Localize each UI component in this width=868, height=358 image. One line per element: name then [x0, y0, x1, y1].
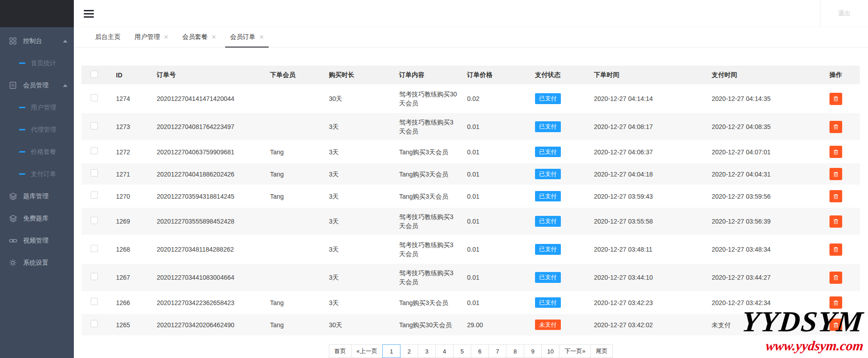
trash-icon [833, 246, 839, 253]
sidebar-item-price-packages[interactable]: 价格套餐 [0, 141, 74, 163]
delete-button[interactable] [829, 93, 842, 105]
sidebar-item-free-question-bank[interactable]: 免费题库 [0, 207, 74, 229]
cell-member [263, 113, 322, 141]
cell-order-time: 2020-12-27 03:42:23 [587, 291, 704, 314]
sidebar-item-agent-management[interactable]: 代理管理 [0, 119, 74, 141]
cell-price: 0.02 [460, 85, 528, 113]
cell-pay-time: 2020-12-27 04:07:01 [704, 141, 822, 163]
tab-home[interactable]: 后台主页 [90, 27, 125, 47]
cell-order-content: 驾考技巧教练购买3天会员 [399, 240, 458, 258]
dash-icon [19, 107, 25, 108]
page-p5[interactable]: 5 [453, 344, 471, 358]
delete-button[interactable] [829, 121, 842, 133]
gear-icon [9, 259, 17, 267]
page-p10[interactable]: 10 [541, 344, 559, 358]
column-header: 下单会员 [263, 66, 322, 85]
sidebar-item-payment-orders[interactable]: 支付订单 [0, 163, 74, 185]
cell-order-no: 2020122703420206462490 [149, 314, 263, 335]
page-prev[interactable]: «上一页 [351, 344, 383, 358]
delete-button[interactable] [829, 243, 842, 256]
row-checkbox[interactable] [91, 245, 98, 252]
sidebar-item-home-stats[interactable]: 首页统计 [0, 52, 74, 74]
sidebar: 控制台首页统计会员管理用户管理代理管理价格套餐支付订单题库管理免费题库视频管理系… [0, 0, 74, 358]
cell-price: 0.01 [460, 163, 528, 185]
delete-button[interactable] [829, 146, 842, 158]
table-row: 126920201227035558984524283天驾考技巧教练购买3天会员… [82, 207, 860, 235]
row-checkbox[interactable] [91, 94, 98, 101]
hamburger-menu-icon[interactable] [84, 9, 94, 19]
topbar: 退出 [74, 0, 868, 27]
sidebar-item-label: 视频管理 [23, 237, 48, 245]
cell-price: 0.01 [460, 185, 528, 207]
close-icon[interactable]: × [260, 33, 264, 41]
sidebar-item-member-management[interactable]: 会员管理 [0, 74, 74, 96]
page-p4[interactable]: 4 [435, 344, 453, 358]
tab-member-orders[interactable]: 会员订单× [225, 27, 269, 47]
page-last[interactable]: 尾页 [590, 344, 613, 358]
row-checkbox[interactable] [91, 147, 98, 154]
cell-duration: 3天 [322, 291, 392, 314]
row-checkbox[interactable] [91, 298, 98, 305]
delete-button[interactable] [829, 319, 842, 331]
select-all-checkbox[interactable] [91, 71, 98, 78]
sidebar-item-video-management[interactable]: 视频管理 [0, 229, 74, 252]
page-p2[interactable]: 2 [400, 344, 418, 358]
table-row: 126820201227034811842882623天驾考技巧教练购买3天会员… [82, 235, 860, 263]
sidebar-item-system-settings[interactable]: 系统设置 [0, 252, 74, 274]
page-first[interactable]: 首页 [329, 344, 352, 358]
cell-price: 0.01 [460, 113, 528, 141]
cell-pay-time: 2020-12-27 03:48:34 [704, 235, 822, 263]
column-header: 订单号 [149, 66, 263, 85]
logout-button[interactable]: 退出 [820, 0, 868, 27]
row-checkbox[interactable] [91, 191, 98, 199]
status-badge: 已支付 [535, 244, 561, 255]
trash-icon [833, 322, 839, 328]
column-header: 操作 [822, 66, 860, 85]
sidebar-item-label: 免费题库 [23, 215, 48, 223]
row-checkbox[interactable] [91, 273, 98, 280]
page-p3[interactable]: 3 [418, 344, 436, 358]
cell-order-no: 2020122704063759909681 [149, 141, 263, 163]
cell-member: Tang [263, 291, 322, 314]
close-icon[interactable]: × [212, 33, 216, 41]
orders-table: ID订单号下单会员购买时长订单内容订单价格支付状态下单时间支付时间操作 1274… [82, 66, 860, 335]
delete-button[interactable] [829, 168, 842, 180]
pagination: 首页«上一页12345678910下一页»尾页 [74, 344, 868, 358]
sidebar-item-console[interactable]: 控制台 [0, 30, 74, 52]
tab-user-management[interactable]: 用户管理× [130, 27, 173, 47]
page-p7[interactable]: 7 [488, 344, 506, 358]
cell-price: 0.01 [460, 263, 528, 291]
cell-member [263, 263, 322, 291]
row-checkbox[interactable] [91, 217, 98, 224]
row-checkbox[interactable] [91, 320, 98, 327]
row-checkbox[interactable] [91, 169, 98, 177]
sidebar-item-label: 会员管理 [23, 81, 48, 90]
cell-price: 0.01 [460, 141, 528, 163]
cell-member: Tang [263, 185, 322, 207]
cell-pay-time: 2020-12-27 03:42:34 [704, 291, 822, 314]
page-next[interactable]: 下一页» [559, 344, 591, 358]
delete-button[interactable] [829, 272, 842, 284]
table-row: 12662020122703422362658423Tang3天Tang购买3天… [82, 291, 860, 314]
cell-order-no: 2020122703555898452428 [149, 207, 263, 235]
cell-order-content: 驾考技巧教练购买3天会员 [399, 268, 458, 286]
sidebar-item-question-bank[interactable]: 题库管理 [0, 185, 74, 207]
status-badge: 已支付 [535, 297, 561, 308]
page-p1[interactable]: 1 [382, 344, 400, 358]
delete-button[interactable] [829, 215, 842, 228]
cell-duration: 3天 [322, 113, 392, 141]
cell-order-content: 驾考技巧教练购买3天会员 [399, 212, 458, 230]
table-row: 12652020122703420206462490Tang30天Tang购买3… [82, 314, 860, 335]
row-checkbox[interactable] [91, 122, 98, 129]
status-badge: 未支付 [535, 320, 561, 330]
page-p9[interactable]: 9 [524, 344, 542, 358]
cell-member [263, 207, 322, 235]
delete-button[interactable] [829, 190, 842, 202]
sidebar-item-user-management[interactable]: 用户管理 [0, 96, 74, 119]
tab-member-packages[interactable]: 会员套餐× [177, 27, 221, 47]
column-header: 订单价格 [460, 66, 528, 85]
page-p6[interactable]: 6 [471, 344, 489, 358]
close-icon[interactable]: × [164, 33, 168, 41]
delete-button[interactable] [829, 296, 842, 309]
page-p8[interactable]: 8 [506, 344, 524, 358]
